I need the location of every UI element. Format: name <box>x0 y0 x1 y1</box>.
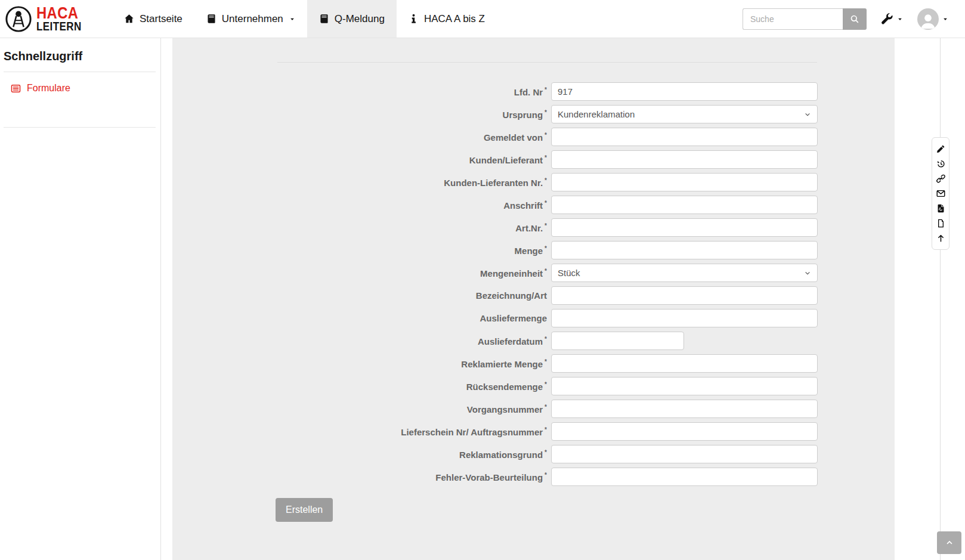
nav-item-unternehmen[interactable]: Unternehmen <box>194 0 307 38</box>
auslieferdatum-label: Auslieferdatum* <box>172 336 547 346</box>
required-marker: * <box>545 358 547 365</box>
rücksendemenge-input[interactable] <box>551 377 818 395</box>
search-button[interactable] <box>843 8 867 30</box>
brand-logo[interactable]: HACA LEITERN <box>5 0 107 38</box>
arrow-up-button[interactable] <box>932 231 949 246</box>
required-marker: * <box>545 222 547 229</box>
lieferschein-nr-auftragsnummer-input[interactable] <box>551 422 818 441</box>
book-icon <box>319 14 329 24</box>
nav-item-haca-a-bis-z[interactable]: HACA A bis Z <box>397 0 497 38</box>
form-top-divider <box>277 62 817 63</box>
form-row: Rücksendemenge* <box>172 377 895 395</box>
vorgangsnummer-input[interactable] <box>551 400 818 418</box>
form-row: Menge* <box>172 241 895 259</box>
form-row: Mengeneinheit* Stück <box>172 264 895 282</box>
sidebar: Schnellzugriff Formulare <box>0 38 161 560</box>
ausliefermenge-input[interactable] <box>551 309 818 327</box>
file-icon <box>936 219 945 228</box>
search-icon <box>850 14 859 24</box>
form-row: Reklamierte Menge* <box>172 354 895 373</box>
required-marker: * <box>545 109 547 116</box>
required-marker: * <box>545 336 547 342</box>
haca-emblem-icon <box>5 5 32 33</box>
book-icon <box>206 14 216 24</box>
scroll-to-top-button[interactable] <box>937 531 961 554</box>
reklamationsgrund-label: Reklamationsgrund* <box>172 449 547 460</box>
kunden-lieferant-label: Kunden/Lieferant* <box>172 154 547 165</box>
mengeneinheit-value: Stück <box>558 268 580 278</box>
nav-item-startseite[interactable]: Startseite <box>112 0 194 38</box>
required-marker: * <box>545 472 547 478</box>
file-pdf-button[interactable] <box>932 201 949 216</box>
file-pdf-icon <box>936 204 945 213</box>
reklamierte-menge-input[interactable] <box>551 354 818 373</box>
sidebar-item-formulare[interactable]: Formulare <box>11 82 156 95</box>
chevron-down-icon <box>804 270 811 277</box>
art-nr-input[interactable] <box>551 218 818 237</box>
link-icon <box>936 174 945 183</box>
fehler-vorab-beurteilung-input[interactable] <box>551 468 818 486</box>
anschrift-input[interactable] <box>551 196 818 214</box>
form-row: Lieferschein Nr/ Auftragsnummer* <box>172 422 895 441</box>
form-row: Fehler-Vorab-Beurteilung* <box>172 468 895 486</box>
kunden-lieferanten-nr-input[interactable] <box>551 173 818 191</box>
content-right-border <box>940 38 941 560</box>
erstellen-button[interactable]: Erstellen <box>276 498 333 522</box>
fehler-vorab-beurteilung-label: Fehler-Vorab-Beurteilung* <box>172 472 547 482</box>
menge-input[interactable] <box>551 241 818 259</box>
file-button[interactable] <box>932 216 949 231</box>
history-icon <box>936 159 945 168</box>
required-marker: * <box>545 132 547 138</box>
auslieferdatum-input[interactable] <box>551 332 684 350</box>
avatar <box>917 8 939 30</box>
content-panel: Lfd. Nr* Ursprung* Kundenreklamation Gem… <box>172 38 895 560</box>
nav-item-label: Q-Meldung <box>335 13 385 25</box>
ursprung-select[interactable]: Kundenreklamation <box>551 105 818 123</box>
bezeichnung-art-input[interactable] <box>551 286 818 305</box>
nav-item-q-meldung[interactable]: Q-Meldung <box>307 0 397 38</box>
navbar-right <box>743 0 948 38</box>
caret-down-icon <box>942 16 948 22</box>
q-meldung-form: Lfd. Nr* Ursprung* Kundenreklamation Gem… <box>172 82 895 490</box>
user-menu[interactable] <box>917 8 948 30</box>
lfd-nr-input[interactable] <box>551 82 818 101</box>
search-input[interactable] <box>743 8 843 30</box>
list-alt-icon <box>11 83 21 94</box>
required-marker: * <box>545 177 547 184</box>
reklamationsgrund-input[interactable] <box>551 445 818 463</box>
form-row: Auslieferdatum* <box>172 332 895 350</box>
form-row: Ausliefermenge <box>172 309 895 327</box>
reklamierte-menge-label: Reklamierte Menge* <box>172 358 547 369</box>
lieferschein-nr-auftragsnummer-label: Lieferschein Nr/ Auftragsnummer* <box>172 426 547 437</box>
required-marker: * <box>545 381 547 388</box>
form-row: Kunden/Lieferant* <box>172 150 895 169</box>
home-icon <box>124 14 134 24</box>
anschrift-label: Anschrift* <box>172 200 547 211</box>
pencil-button[interactable] <box>932 141 949 156</box>
arrow-up-icon <box>936 234 945 243</box>
form-row: Bezeichnung/Art <box>172 286 895 305</box>
form-row: Ursprung* Kundenreklamation <box>172 105 895 123</box>
mengeneinheit-select[interactable]: Stück <box>551 264 818 282</box>
info-icon <box>409 14 419 24</box>
pencil-icon <box>936 144 945 153</box>
top-navbar: HACA LEITERN Startseite Unternehmen Q-Me… <box>0 0 965 38</box>
required-marker: * <box>545 86 547 93</box>
ursprung-label: Ursprung* <box>172 109 547 120</box>
required-marker: * <box>545 154 547 161</box>
lfd-nr-label: Lfd. Nr* <box>172 86 547 97</box>
wrench-icon <box>881 13 893 25</box>
kunden-lieferant-input[interactable] <box>551 150 818 169</box>
required-marker: * <box>545 245 547 252</box>
link-button[interactable] <box>932 171 949 186</box>
sidebar-item-label: Formulare <box>27 83 70 94</box>
envelope-button[interactable] <box>932 186 949 201</box>
nav-menu: Startseite Unternehmen Q-Meldung HACA A … <box>112 0 497 38</box>
form-row: Art.Nr.* <box>172 218 895 237</box>
gemeldet-von-input[interactable] <box>551 128 818 146</box>
required-marker: * <box>545 268 547 274</box>
history-button[interactable] <box>932 156 949 171</box>
admin-tools-menu[interactable] <box>881 13 903 25</box>
kunden-lieferanten-nr-label: Kunden-Lieferanten Nr.* <box>172 177 547 188</box>
form-row: Lfd. Nr* <box>172 82 895 101</box>
